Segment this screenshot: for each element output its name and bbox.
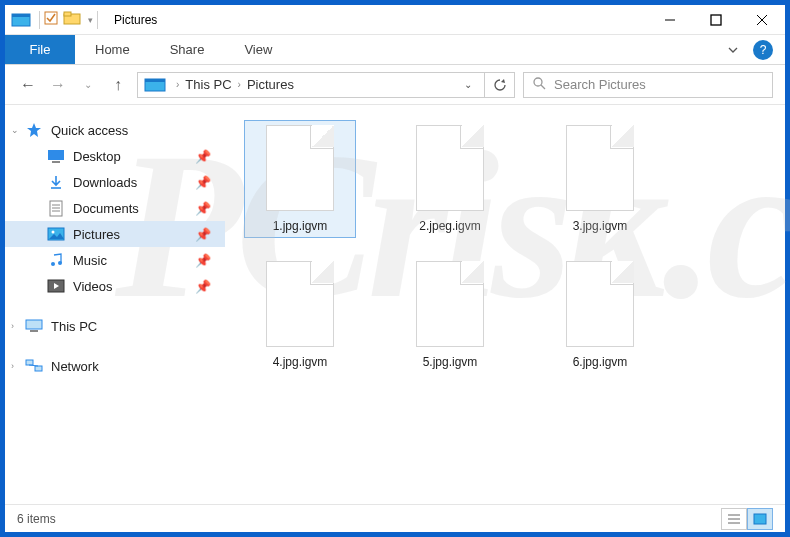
chevron-right-icon[interactable]: ›: [234, 79, 245, 90]
svg-rect-1: [12, 14, 30, 17]
file-name: 4.jpg.igvm: [273, 355, 328, 369]
refresh-button[interactable]: [485, 72, 515, 98]
expand-icon[interactable]: ›: [11, 361, 14, 371]
close-button[interactable]: [739, 5, 785, 35]
recent-locations-button[interactable]: ⌄: [77, 74, 99, 96]
svg-rect-35: [754, 514, 766, 524]
pin-icon: 📌: [195, 227, 211, 242]
navigation-pane: ⌄ Quick access Desktop📌Downloads📌Documen…: [5, 105, 225, 504]
svg-rect-28: [30, 330, 38, 332]
tab-view[interactable]: View: [224, 35, 292, 64]
file-item[interactable]: 6.jpg.igvm: [545, 257, 655, 373]
sidebar-item-label: Videos: [73, 279, 113, 294]
file-name: 1.jpg.igvm: [273, 219, 328, 233]
back-button[interactable]: ←: [17, 74, 39, 96]
status-bar: 6 items: [5, 504, 785, 532]
sidebar-item-label: Pictures: [73, 227, 120, 242]
file-item[interactable]: 1.jpg.igvm: [245, 121, 355, 237]
body: ⌄ Quick access Desktop📌Downloads📌Documen…: [5, 105, 785, 504]
expand-icon[interactable]: ›: [11, 321, 14, 331]
svg-rect-30: [35, 366, 42, 371]
file-icon: [416, 125, 484, 211]
tab-share[interactable]: Share: [150, 35, 225, 64]
svg-line-31: [29, 365, 38, 366]
music-icon: [47, 252, 65, 268]
svg-rect-15: [52, 161, 60, 163]
window-title: Pictures: [114, 13, 157, 27]
network-icon: [25, 358, 43, 374]
sidebar-item-pictures[interactable]: Pictures📌: [5, 221, 225, 247]
svg-rect-14: [48, 150, 64, 160]
maximize-button[interactable]: [693, 5, 739, 35]
desktop-icon: [47, 148, 65, 164]
documents-icon: [47, 200, 65, 216]
svg-point-23: [51, 262, 55, 266]
svg-rect-2: [45, 12, 57, 24]
file-item[interactable]: 5.jpg.igvm: [395, 257, 505, 373]
svg-rect-27: [26, 320, 42, 329]
titlebar: ▾ Pictures: [5, 5, 785, 35]
file-icon: [566, 125, 634, 211]
thumbnails-view-button[interactable]: [747, 508, 773, 530]
computer-icon: [25, 318, 43, 334]
address-bar: ← → ⌄ ↑ › This PC › Pictures ⌄ Search Pi…: [5, 65, 785, 105]
qat-dropdown-icon[interactable]: ▾: [88, 15, 93, 25]
svg-point-24: [58, 261, 62, 265]
status-count: 6 items: [17, 512, 56, 526]
star-icon: [25, 122, 43, 138]
sidebar-item-label: Desktop: [73, 149, 121, 164]
file-name: 6.jpg.igvm: [573, 355, 628, 369]
file-name: 5.jpg.igvm: [423, 355, 478, 369]
pin-icon: 📌: [195, 253, 211, 268]
app-icon: [11, 12, 31, 28]
pin-icon: 📌: [195, 201, 211, 216]
up-button[interactable]: ↑: [107, 74, 129, 96]
file-icon: [416, 261, 484, 347]
sidebar-network[interactable]: › Network: [5, 353, 225, 379]
chevron-right-icon[interactable]: ›: [172, 79, 183, 90]
pin-icon: 📌: [195, 149, 211, 164]
search-input[interactable]: Search Pictures: [523, 72, 773, 98]
sidebar-item-music[interactable]: Music📌: [5, 247, 225, 273]
newfolder-icon[interactable]: [64, 11, 82, 29]
forward-button[interactable]: →: [47, 74, 69, 96]
details-view-button[interactable]: [721, 508, 747, 530]
pin-icon: 📌: [195, 279, 211, 294]
search-icon: [532, 76, 546, 93]
sidebar-item-desktop[interactable]: Desktop📌: [5, 143, 225, 169]
breadcrumb-dropdown[interactable]: ⌄: [458, 79, 478, 90]
tab-home[interactable]: Home: [75, 35, 150, 64]
breadcrumb-item[interactable]: Pictures: [247, 77, 294, 92]
file-item[interactable]: 4.jpg.igvm: [245, 257, 355, 373]
file-icon: [266, 261, 334, 347]
properties-icon[interactable]: [44, 11, 58, 29]
sidebar-item-videos[interactable]: Videos📌: [5, 273, 225, 299]
minimize-button[interactable]: [647, 5, 693, 35]
breadcrumb-item[interactable]: This PC: [185, 77, 231, 92]
file-pane[interactable]: 1.jpg.igvm2.jpeg.igvm3.jpg.igvm4.jpg.igv…: [225, 105, 785, 504]
help-button[interactable]: ?: [753, 40, 773, 60]
breadcrumb[interactable]: › This PC › Pictures ⌄: [137, 72, 485, 98]
file-list: 1.jpg.igvm2.jpeg.igvm3.jpg.igvm4.jpg.igv…: [245, 121, 765, 373]
sidebar-item-label: Downloads: [73, 175, 137, 190]
sidebar-this-pc[interactable]: › This PC: [5, 313, 225, 339]
svg-rect-29: [26, 360, 33, 365]
file-icon: [266, 125, 334, 211]
ribbon: File Home Share View ?: [5, 35, 785, 65]
sidebar-item-downloads[interactable]: Downloads📌: [5, 169, 225, 195]
file-name: 3.jpg.igvm: [573, 219, 628, 233]
file-menu[interactable]: File: [5, 35, 75, 64]
sidebar-item-documents[interactable]: Documents📌: [5, 195, 225, 221]
collapse-icon[interactable]: ⌄: [11, 125, 19, 135]
file-icon: [566, 261, 634, 347]
sidebar-quick-access[interactable]: ⌄ Quick access: [5, 117, 225, 143]
sidebar-item-label: Documents: [73, 201, 139, 216]
file-item[interactable]: 3.jpg.igvm: [545, 121, 655, 237]
svg-rect-4: [64, 12, 71, 16]
ribbon-expand-button[interactable]: [713, 35, 753, 64]
file-item[interactable]: 2.jpeg.igvm: [395, 121, 505, 237]
downloads-icon: [47, 174, 65, 190]
sidebar-item-label: Music: [73, 253, 107, 268]
svg-point-22: [52, 231, 55, 234]
pin-icon: 📌: [195, 175, 211, 190]
